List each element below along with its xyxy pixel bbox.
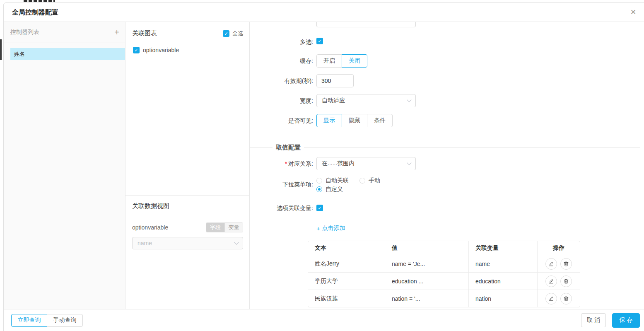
cancel-button[interactable]: 取 消: [581, 313, 606, 327]
divider-line: [304, 147, 640, 148]
cell-variable: education: [469, 273, 538, 290]
clipped-scrolled-input[interactable]: [316, 22, 416, 27]
select-all-label: 全选: [232, 30, 243, 37]
radio-icon-selected[interactable]: [316, 186, 322, 192]
controller-settings-form: 多选: ✓ 缓存: 开启 关闭 有效期(秒): 宽度: 自动适应 是否可见: 显…: [250, 22, 644, 309]
add-controller-icon[interactable]: +: [114, 28, 119, 36]
options-table: 文本 值 关联变量 操作 姓名Jerry name = 'Je... name …: [308, 241, 580, 307]
panel-divider: [125, 195, 249, 196]
option-variable-checkbox[interactable]: ✓: [316, 205, 323, 211]
chevron-down-icon: [407, 160, 411, 165]
background-page-fragment: [24, 0, 55, 2]
cache-label: 缓存:: [250, 58, 313, 65]
pencil-icon: [548, 278, 554, 284]
delete-button[interactable]: [560, 258, 572, 270]
col-header-actions: 操作: [538, 241, 580, 255]
cell-actions: [538, 273, 580, 290]
chart-checkbox[interactable]: ✓: [133, 47, 140, 53]
relation-select[interactable]: 在......范围内: [316, 157, 416, 170]
delete-button[interactable]: [560, 293, 572, 304]
save-button[interactable]: 保 存: [612, 313, 640, 328]
validity-input[interactable]: [316, 74, 354, 87]
dropdown-radio-row2: 自定义: [316, 186, 343, 193]
manual-query-button[interactable]: 手动查询: [47, 314, 83, 327]
cell-variable: nation: [469, 290, 538, 307]
cell-variable: name: [469, 255, 538, 272]
linked-charts-title: 关联图表: [132, 29, 157, 37]
col-header-variable: 关联变量: [469, 241, 538, 255]
field-toggle-button[interactable]: 字段: [206, 223, 224, 232]
option-variable-label: 选项关联变量:: [250, 205, 313, 212]
radio-auto-link[interactable]: 自动关联: [316, 177, 349, 184]
field-variable-toggle: 字段 变量: [206, 222, 243, 232]
edit-button[interactable]: [545, 293, 557, 304]
dropdown-radio-row1: 自动关联 手动: [316, 177, 380, 184]
pencil-icon: [548, 296, 554, 302]
col-header-value: 值: [385, 241, 469, 255]
cell-actions: [538, 290, 580, 307]
chart-item-label: optionvariable: [143, 47, 179, 53]
visibility-condition-button[interactable]: 条件: [367, 114, 393, 127]
modal-body: 控制器列表 + 姓名 关联图表 ✓ 全选 ✓ optionvariable 关联…: [4, 22, 644, 309]
cache-toggle-group: 开启 关闭: [316, 54, 367, 68]
trash-icon: [563, 296, 569, 302]
delete-button[interactable]: [560, 275, 572, 287]
divider-line: [250, 147, 273, 148]
visibility-hide-button[interactable]: 隐藏: [342, 114, 367, 127]
multi-select-checkbox[interactable]: ✓: [316, 38, 323, 44]
col-header-text: 文本: [308, 241, 385, 255]
modal-title: 全局控制器配置: [12, 8, 58, 17]
variable-toggle-button[interactable]: 变量: [224, 223, 243, 232]
query-now-button[interactable]: 立即查询: [11, 314, 47, 327]
modal-header: 全局控制器配置 ✕: [4, 3, 644, 22]
cache-on-button[interactable]: 开启: [316, 54, 342, 68]
width-select[interactable]: 自动适应: [316, 94, 416, 107]
trash-icon: [563, 278, 569, 284]
field-select[interactable]: name: [132, 237, 243, 249]
cell-text: 学历大学: [308, 273, 385, 290]
chevron-down-icon: [234, 240, 239, 244]
cell-text: 民族汉族: [308, 290, 385, 307]
data-view-title: 关联数据视图: [132, 202, 169, 210]
multi-select-label: 多选:: [250, 39, 313, 46]
edit-button[interactable]: [545, 275, 557, 287]
controller-list-title: 控制器列表: [10, 29, 114, 36]
global-controller-config-modal: 全局控制器配置 ✕ 控制器列表 + 姓名 关联图表 ✓ 全选 ✓ optionv…: [3, 2, 644, 331]
controller-list-header: 控制器列表 +: [4, 22, 125, 43]
background-page-fragment: [0, 39, 2, 60]
cell-value: nation = '...: [385, 290, 469, 307]
field-select-value: name: [137, 240, 152, 246]
select-all-checkbox[interactable]: ✓: [223, 30, 229, 37]
radio-icon[interactable]: [359, 178, 365, 184]
linked-chart-item[interactable]: ✓ optionvariable: [133, 47, 179, 53]
radio-manual[interactable]: 手动: [359, 177, 380, 184]
visibility-show-button[interactable]: 显示: [316, 114, 342, 127]
validity-label: 有效期(秒):: [250, 77, 313, 85]
query-mode-group: 立即查询 手动查询: [11, 314, 83, 327]
visibility-label: 是否可见:: [250, 117, 313, 125]
plus-icon: +: [316, 225, 320, 232]
table-row: 姓名Jerry name = 'Je... name: [308, 255, 580, 272]
chevron-down-icon: [407, 97, 411, 102]
radio-icon[interactable]: [316, 178, 322, 184]
add-option-link[interactable]: + 点击添加: [316, 225, 345, 232]
select-all-control[interactable]: ✓ 全选: [223, 30, 243, 37]
add-option-label: 点击添加: [322, 225, 345, 232]
controller-item-selected[interactable]: 姓名: [10, 48, 125, 60]
table-row: 学历大学 education ... education: [308, 272, 580, 290]
linked-panels: 关联图表 ✓ 全选 ✓ optionvariable 关联数据视图 option…: [125, 22, 250, 309]
dropdown-items-label: 下拉菜单项:: [250, 181, 313, 188]
relation-select-value: 在......范围内: [322, 160, 355, 167]
value-config-title: 取值配置: [276, 144, 301, 152]
width-select-value: 自动适应: [322, 97, 345, 104]
cache-off-button[interactable]: 关闭: [342, 54, 367, 68]
required-asterisk: *: [285, 160, 287, 167]
close-icon[interactable]: ✕: [628, 7, 638, 17]
radio-custom[interactable]: 自定义: [316, 186, 343, 193]
trash-icon: [563, 261, 569, 267]
edit-button[interactable]: [545, 258, 557, 270]
value-config-section: 取值配置: [250, 144, 640, 152]
cell-actions: [538, 255, 580, 272]
visibility-toggle-group: 显示 隐藏 条件: [316, 114, 393, 127]
data-view-row: optionvariable 字段 变量: [132, 222, 243, 232]
